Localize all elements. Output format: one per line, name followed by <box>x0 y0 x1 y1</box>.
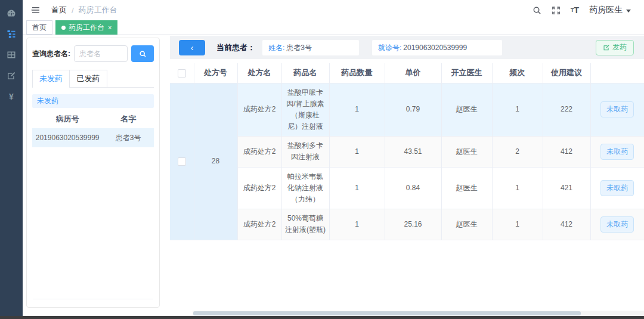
undispensed-button[interactable]: 未取药 <box>600 180 634 196</box>
doctor-name: 赵医生 <box>441 167 492 209</box>
window-bottom-edge <box>0 316 644 319</box>
patient-col-name: 名字 <box>103 110 154 128</box>
unit-price: 0.84 <box>385 167 441 209</box>
select-all-cell <box>170 63 194 83</box>
doctor-name: 赵医生 <box>441 209 492 240</box>
drug-name: 50%葡萄糖注射液(塑瓶) <box>281 209 329 240</box>
frequency: 2 <box>492 137 543 167</box>
undispensed-button[interactable]: 未取药 <box>600 101 634 117</box>
patient-search-label: 查询患者名: <box>32 49 70 59</box>
row-checkbox-cell <box>170 83 194 240</box>
patient-table: 病历号 名字 2019063020539999患者3号 <box>32 110 154 147</box>
patient-search-row: 查询患者名: <box>32 45 154 62</box>
usage-advice: 222 <box>543 83 590 137</box>
tags-view-bar: 首页 药房工作台 × <box>23 20 644 35</box>
edit-icon[interactable] <box>0 65 23 86</box>
frequency: 1 <box>492 209 543 240</box>
search-icon[interactable] <box>532 6 541 15</box>
user-name: 药房医生 <box>589 5 623 16</box>
breadcrumb-separator: / <box>72 6 74 15</box>
prescription-row: 成药处方2盐酸利多卡因注射液143.51赵医生2412未取药 <box>170 137 644 167</box>
col-prescription-no: 处方号 <box>194 63 237 83</box>
action-cell: 未取药 <box>590 137 644 167</box>
breadcrumb-current: 药房工作台 <box>79 5 117 16</box>
main-column: 首页 / 药房工作台 TT 药房医生 <box>23 0 644 319</box>
prescription-row: 成药处方250%葡萄糖注射液(塑瓶)125.16赵医生1412未取药 <box>170 209 644 240</box>
drug-qty: 1 <box>329 167 385 209</box>
dispense-work-area: ‹ 当前患者： 姓名:患者3号 就诊号:2019063020539999 发药 <box>170 36 644 316</box>
breadcrumb: 首页 / 药房工作台 <box>51 5 117 16</box>
select-all-checkbox[interactable] <box>178 69 186 78</box>
undispensed-button[interactable]: 未取药 <box>600 144 634 160</box>
frequency: 1 <box>492 83 543 137</box>
icon-sidebar: ¥ <box>0 0 23 316</box>
drug-name: 盐酸甲哌卡因/肾上腺素（斯康杜尼）注射液 <box>281 83 329 137</box>
search-icon <box>139 50 147 58</box>
patient-table-body: 2019063020539999患者3号 <box>32 128 154 147</box>
hamburger-icon[interactable] <box>31 5 42 16</box>
action-cell: 未取药 <box>590 209 644 240</box>
drug-qty: 1 <box>329 137 385 167</box>
col-frequency: 频次 <box>492 63 543 83</box>
horizontal-scrollbar-thumb[interactable] <box>193 311 581 315</box>
prescription-type: 成药处方2 <box>237 137 281 167</box>
tree-menu-icon[interactable] <box>0 23 23 44</box>
breadcrumb-home[interactable]: 首页 <box>51 5 67 16</box>
patient-row[interactable]: 2019063020539999患者3号 <box>32 128 154 147</box>
patient-search-input[interactable] <box>74 45 128 62</box>
tag-pharmacy-workstation[interactable]: 药房工作台 × <box>55 20 117 35</box>
dispense-button[interactable]: 发药 <box>596 40 634 55</box>
caret-down-icon <box>626 10 631 13</box>
prescription-type: 成药处方2 <box>237 83 281 137</box>
user-dropdown[interactable]: 药房医生 <box>589 5 631 16</box>
drug-name: 盐酸利多卡因注射液 <box>281 137 329 167</box>
tag-home[interactable]: 首页 <box>26 20 52 35</box>
dashboard-icon[interactable] <box>0 2 23 23</box>
col-prescription-name: 处方名 <box>237 63 281 83</box>
drug-qty: 1 <box>329 83 385 137</box>
top-navbar: 首页 / 药房工作台 TT 药房医生 <box>23 0 644 20</box>
patient-search-button[interactable] <box>131 45 154 62</box>
row-checkbox[interactable] <box>178 157 186 166</box>
action-cell: 未取药 <box>590 167 644 209</box>
col-doctor: 开立医生 <box>441 63 492 83</box>
pharmacy-workstation-screen: ¥ 首页 / 药房工作台 TT <box>0 0 644 319</box>
dispense-form-icon <box>603 44 610 51</box>
content-area: 查询患者名: 未发药 已发药 未发药 病历号 名字 <box>23 36 644 316</box>
tag-close-icon[interactable]: × <box>108 24 112 31</box>
navbar-tools: TT 药房医生 <box>532 5 631 16</box>
tab-dispensed[interactable]: 已发药 <box>70 70 107 87</box>
undispensed-section-header: 未发药 <box>32 94 154 108</box>
tab-undispensed[interactable]: 未发药 <box>32 70 70 87</box>
card-divider <box>33 299 153 299</box>
back-button[interactable]: ‹ <box>179 40 205 55</box>
table-icon[interactable] <box>0 44 23 65</box>
drug-qty: 1 <box>329 209 385 240</box>
undispensed-button[interactable]: 未取药 <box>600 216 634 233</box>
doctor-name: 赵医生 <box>441 83 492 137</box>
usage-advice: 412 <box>543 209 590 240</box>
prescription-number-cell: 28 <box>194 83 237 240</box>
patient-list-card: 查询患者名: 未发药 已发药 未发药 病历号 名字 <box>26 38 160 308</box>
usage-advice: 412 <box>543 137 590 167</box>
current-patient-label: 当前患者： <box>216 42 255 53</box>
col-drug-qty: 药品数量 <box>329 63 385 83</box>
unit-price: 0.79 <box>385 83 441 137</box>
drug-name: 帕拉米韦氯化钠注射液（力纬） <box>281 167 329 209</box>
font-size-icon[interactable]: TT <box>571 5 579 15</box>
patient-name-box: 姓名:患者3号 <box>262 40 359 55</box>
prescription-table-body: 28成药处方2盐酸甲哌卡因/肾上腺素（斯康杜尼）注射液10.79赵医生1222未… <box>170 83 644 240</box>
dispense-status-tabs: 未发药 已发药 <box>32 70 154 88</box>
visit-number-box: 就诊号:2019063020539999 <box>372 40 502 55</box>
unit-price: 43.51 <box>385 137 441 167</box>
usage-advice: 421 <box>543 167 590 209</box>
currency-yen-icon[interactable]: ¥ <box>0 86 23 107</box>
fullscreen-icon[interactable] <box>552 6 561 15</box>
prescription-header-row: 处方号 处方名 药品名 药品数量 单价 开立医生 频次 使用建议 <box>170 63 644 83</box>
col-drug-name: 药品名 <box>281 63 329 83</box>
col-usage-advice: 使用建议 <box>543 63 590 83</box>
patient-col-record-no: 病历号 <box>32 110 103 128</box>
horizontal-scrollbar-track[interactable] <box>193 311 644 316</box>
prescription-type: 成药处方2 <box>237 209 281 240</box>
current-patient-bar: ‹ 当前患者： 姓名:患者3号 就诊号:2019063020539999 发药 <box>170 36 644 59</box>
